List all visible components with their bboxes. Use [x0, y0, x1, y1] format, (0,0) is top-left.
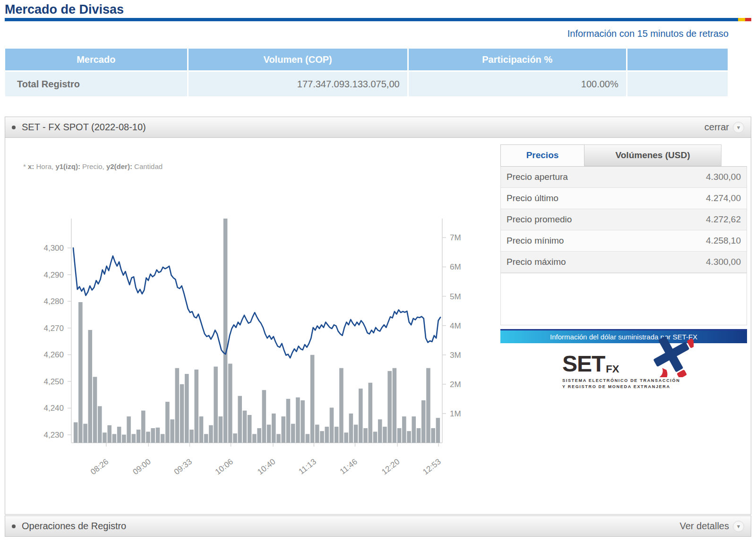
operaciones-panel-title: Operaciones de Registro [22, 521, 126, 532]
column-header-mercado: Mercado [5, 49, 187, 70]
svg-text:4,240: 4,240 [43, 404, 64, 413]
price-row-ultimo: Precio último 4.274,00 [501, 188, 747, 209]
svg-text:10:06: 10:06 [214, 457, 235, 476]
page-title: Mercado de Divisas [5, 2, 124, 17]
table-row: Total Registro 177.347.093.133.075,00 10… [5, 72, 728, 96]
svg-text:4,250: 4,250 [43, 377, 64, 386]
svg-text:4,230: 4,230 [43, 431, 64, 440]
svg-text:4,270: 4,270 [43, 324, 64, 333]
svg-text:09:00: 09:00 [131, 457, 153, 476]
column-header-volumen: Volumen (COP) [189, 49, 407, 70]
market-participation-cell: 100.00% [409, 72, 626, 96]
setfx-pinwheel-icon [648, 332, 694, 377]
setfx-panel-header: SET - FX SPOT (2022-08-10) cerrar ▼ [5, 117, 751, 138]
svg-text:08:26: 08:26 [89, 457, 110, 476]
close-panel-label[interactable]: cerrar [704, 122, 729, 133]
svg-text:4M: 4M [450, 321, 461, 330]
price-row-promedio: Precio promedio 4.272,62 [501, 209, 747, 230]
flag-red-segment [745, 18, 751, 21]
setfx-logo-set-text: SET [562, 351, 605, 377]
svg-text:2M: 2M [450, 380, 461, 389]
setfx-spot-panel: SET - FX SPOT (2022-08-10) cerrar ▼ * x:… [5, 117, 751, 515]
setfx-panel-title: SET - FX SPOT (2022-08-10) [22, 122, 146, 133]
svg-text:11:46: 11:46 [338, 457, 359, 476]
title-rule [5, 18, 751, 21]
setfx-logo-subtitle-2: Y REGISTRO DE MONEDA EXTRANJERA [562, 384, 685, 389]
flag-yellow-segment [738, 18, 745, 21]
market-summary-table: Mercado Volumen (COP) Participación % To… [4, 47, 729, 98]
setfx-panel-body: * x: Hora, y1(izq): Precio, y2(der): Can… [5, 138, 751, 515]
side-spacer [500, 273, 747, 325]
ver-detalles-label[interactable]: Ver detalles [679, 521, 729, 532]
close-panel-control[interactable]: cerrar ▼ [704, 122, 744, 133]
side-panel-tabs: Precios Volúmenes (USD) [500, 144, 747, 166]
svg-text:5M: 5M [450, 292, 461, 301]
fx-spot-chart: 4,2304,2404,2504,2604,2704,2804,2904,300… [5, 209, 482, 502]
svg-text:12:53: 12:53 [421, 457, 442, 476]
setfx-logo-fx-text: FX [606, 363, 619, 375]
svg-text:6M: 6M [450, 262, 461, 271]
operaciones-registro-panel: Operaciones de Registro Ver detalles ▼ [5, 516, 751, 537]
price-row-maximo: Precio máximo 4.300,00 [501, 252, 747, 273]
price-row-apertura: Precio apertura 4.300,00 [501, 167, 747, 188]
market-volume-cell: 177.347.093.133.075,00 [189, 72, 407, 96]
tab-precios[interactable]: Precios [500, 144, 584, 166]
svg-text:7M: 7M [450, 233, 461, 242]
bullet-icon [12, 126, 16, 129]
price-side-panel: Precios Volúmenes (USD) Precio apertura … [500, 144, 747, 389]
svg-text:4,260: 4,260 [43, 350, 64, 359]
bullet-icon [12, 524, 16, 528]
delay-note: Información con 15 minutos de retraso [567, 28, 729, 39]
setfx-logo: SET FX SIS [562, 351, 685, 389]
svg-text:10:40: 10:40 [256, 457, 277, 476]
column-header-empty [627, 49, 728, 70]
setfx-info-banner: Información del dólar suministrada por S… [500, 329, 747, 343]
setfx-logo-subtitle-1: SISTEMA ELECTRÓNICO DE TRANSACCIÓN [562, 378, 685, 383]
tab-volumenes-usd[interactable]: Volúmenes (USD) [584, 144, 722, 166]
svg-text:1M: 1M [450, 409, 461, 418]
chart-legend-note: * x: Hora, y1(izq): Precio, y2(der): Can… [23, 162, 163, 170]
svg-text:11:13: 11:13 [297, 457, 318, 476]
svg-text:4,300: 4,300 [43, 244, 64, 253]
chevron-down-icon[interactable]: ▼ [733, 521, 744, 532]
svg-text:4,290: 4,290 [43, 271, 64, 279]
ver-detalles-control[interactable]: Ver detalles ▼ [679, 521, 744, 532]
operaciones-panel-header: Operaciones de Registro Ver detalles ▼ [5, 516, 751, 536]
price-row-minimo: Precio mínimo 4.258,10 [501, 230, 747, 252]
svg-text:4,280: 4,280 [43, 297, 64, 306]
column-header-participacion: Participación % [409, 49, 626, 70]
price-stats-table: Precio apertura 4.300,00 Precio último 4… [500, 166, 747, 273]
svg-text:3M: 3M [450, 351, 461, 360]
chevron-down-icon[interactable]: ▼ [733, 122, 744, 133]
svg-text:12:20: 12:20 [380, 457, 401, 476]
market-name-cell: Total Registro [5, 72, 187, 96]
market-table-header-row: Mercado Volumen (COP) Participación % [5, 49, 728, 70]
market-empty-cell [627, 72, 728, 96]
svg-text:09:33: 09:33 [172, 457, 194, 476]
